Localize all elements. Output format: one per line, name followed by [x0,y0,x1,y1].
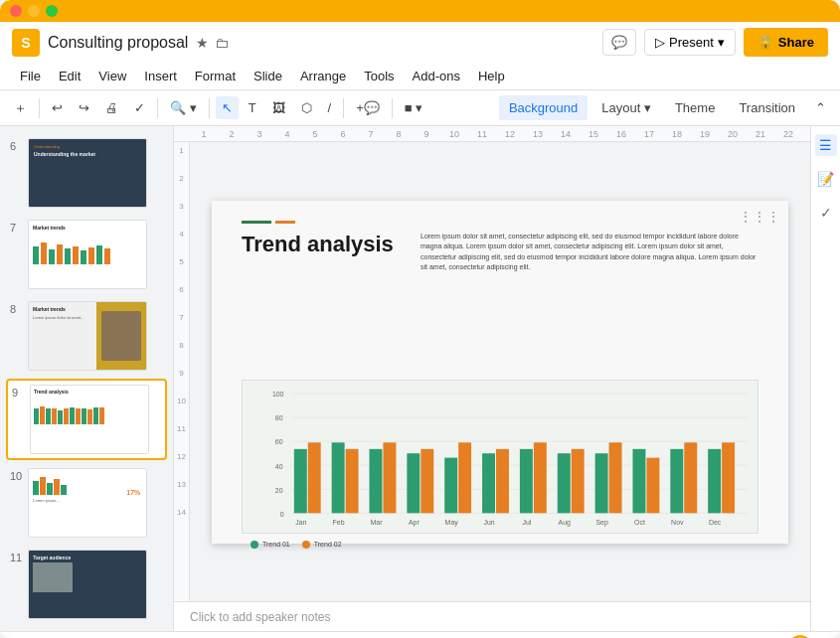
bottom-bar: ☰ ⊞ + › [0,631,840,638]
svg-text:0: 0 [280,509,284,518]
collapse-panel-button[interactable]: ⌃ [809,96,832,119]
chart-container[interactable]: 100 80 60 40 20 0 [242,380,758,534]
menu-arrange[interactable]: Arrange [292,65,354,87]
menu-tools[interactable]: Tools [356,65,402,87]
menu-file[interactable]: File [12,65,49,87]
slide-number: 7 [10,220,22,234]
divider-1 [39,98,40,118]
legend-dot-1 [251,541,258,549]
menu-slide[interactable]: Slide [246,65,290,87]
folder-icon[interactable]: 🗀 [215,35,229,51]
spell-button[interactable]: ✓ [128,96,151,119]
svg-rect-29 [609,442,622,513]
share-button[interactable]: 🔒 Share [744,28,828,57]
add-slide-button[interactable]: + [788,635,812,639]
legend-label-1: Trend 01 [262,541,290,548]
present-button[interactable]: ▷ Present ▾ [644,29,736,56]
doc-actions: ★ 🗀 [196,35,229,51]
legend-label-2: Trend 02 [314,541,342,548]
add-button[interactable]: ＋ [8,95,33,121]
shape-tool[interactable]: ⬡ [295,96,318,119]
notes-panel-icon[interactable]: 📝 [815,168,837,190]
svg-rect-16 [370,448,383,512]
bg-color-tool[interactable]: ■ ▾ [399,96,428,119]
lock-icon: 🔒 [757,35,773,50]
zoom-button[interactable]: 🔍 ▾ [164,96,203,119]
ruler-vertical: 1 2 3 4 5 6 7 8 9 10 11 12 13 14 [174,142,190,601]
slide-preview-8: Market trends Lorem ipsum dolor sit amet… [28,301,147,371]
chart-legend: Trend 01 Trend 02 [243,537,757,553]
svg-rect-21 [458,442,471,513]
slide-preview-text: Understanding Understanding the market [29,139,146,162]
slide-number: 10 [10,468,22,482]
svg-rect-12 [294,448,307,512]
share-label: Share [778,35,814,50]
svg-text:Nov: Nov [671,518,684,527]
tab-transition[interactable]: Transition [729,95,805,120]
svg-text:80: 80 [275,413,283,422]
present-label: Present [669,35,714,50]
star-icon[interactable]: ★ [196,35,209,51]
svg-rect-26 [558,453,571,513]
menu-edit[interactable]: Edit [51,65,88,87]
slide-preview-9: Trend analysis [30,385,149,454]
bar-chart: 100 80 60 40 20 0 [243,381,757,533]
comment-button[interactable]: 💬 [602,29,636,56]
minimize-button[interactable] [28,5,40,17]
redo-button[interactable]: ↪ [73,96,95,119]
doc-title[interactable]: Consulting proposal [48,34,188,52]
slide-thumb-11[interactable]: 11 Target audience [6,546,167,623]
main-area: 6 Understanding Understanding the market… [0,126,840,631]
cursor-tool[interactable]: ↖ [216,96,239,119]
comments-panel-icon[interactable]: ✓ [815,202,837,224]
more-options-icon[interactable]: ⋮⋮⋮ [739,209,780,225]
slide-body[interactable]: Lorem ipsum dolor sit amet, consectetur … [420,232,758,273]
menu-insert[interactable]: Insert [136,65,185,87]
slide-thumb-6[interactable]: 6 Understanding Understanding the market [6,134,167,212]
svg-text:Dec: Dec [709,518,722,527]
svg-rect-27 [572,448,585,512]
svg-text:40: 40 [275,461,283,470]
slide-thumb-9[interactable]: 9 Trend analysis [6,379,167,460]
svg-rect-13 [308,442,321,513]
maximize-button[interactable] [46,5,58,17]
ruler-horizontal: 1 2 3 4 5 6 7 8 9 10 11 12 13 14 15 16 1… [174,126,810,142]
title-bar [0,0,840,22]
image-tool[interactable]: 🖼 [266,96,291,119]
slide-thumb-8[interactable]: 8 Market trends Lorem ipsum dolor sit am… [6,297,167,375]
text-tool[interactable]: T [243,96,262,119]
svg-text:Aug: Aug [559,518,571,527]
undo-button[interactable]: ↩ [46,96,69,119]
present-icon: ▷ [655,35,665,50]
header-left: S Consulting proposal ★ 🗀 [12,29,229,57]
slides-panel-icon[interactable]: ☰ [815,134,837,156]
slide-preview-7: Market trends [28,220,147,289]
slide-thumb-10[interactable]: 10 Lorem ipsum... 17% [6,464,167,542]
current-slide[interactable]: ⋮⋮⋮ Trend analysis Lorem ipsum dolor sit… [212,201,788,544]
tab-background[interactable]: Background [499,95,588,120]
close-button[interactable] [10,5,22,17]
menu-addons[interactable]: Add-ons [405,65,468,87]
svg-text:Oct: Oct [634,518,645,527]
slide-title[interactable]: Trend analysis [242,232,401,257]
menu-help[interactable]: Help [470,65,513,87]
tab-theme[interactable]: Theme [665,95,725,120]
svg-text:Jan: Jan [295,518,306,527]
menu-view[interactable]: View [90,65,134,87]
speaker-notes[interactable]: Click to add speaker notes [174,601,810,631]
menu-format[interactable]: Format [187,65,244,87]
app-icon: S [12,29,40,57]
tab-layout[interactable]: Layout ▾ [591,95,661,120]
menu-bar: File Edit View Insert Format Slide Arran… [12,63,828,89]
svg-text:Feb: Feb [333,518,345,527]
svg-rect-25 [534,442,547,513]
print-button[interactable]: 🖨 [99,96,124,119]
comment-tool[interactable]: +💬 [350,96,386,119]
slide-preview-10: Lorem ipsum... 17% [28,468,147,538]
svg-text:Jun: Jun [483,518,494,527]
svg-rect-30 [632,448,645,512]
slide-number: 11 [10,550,22,563]
slide-thumb-7[interactable]: 7 Market trends [6,216,167,293]
line-tool[interactable]: / [322,96,338,119]
svg-rect-35 [722,442,735,513]
